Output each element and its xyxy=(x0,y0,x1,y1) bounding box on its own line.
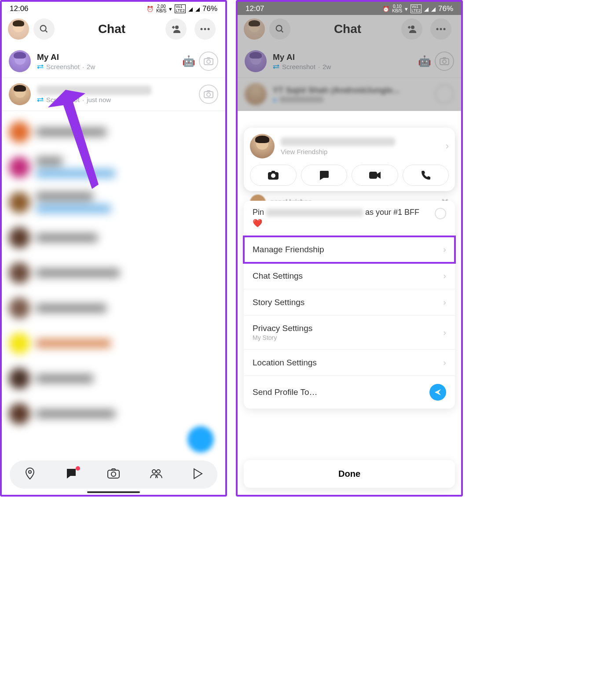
camera-button[interactable] xyxy=(199,52,218,71)
svg-point-10 xyxy=(29,471,31,473)
voice-call-button[interactable] xyxy=(403,165,449,186)
chat-button[interactable] xyxy=(301,165,348,186)
signal-icon-2: ◢ xyxy=(431,6,436,12)
chat-row-myai[interactable]: My AI ⮂ Screenshot · 2w 🤖 xyxy=(2,45,225,78)
phone-icon xyxy=(420,170,431,180)
chat-icon xyxy=(318,170,330,180)
left-phone: 12:06 ⏰ 2.00KB/S ▾ Vo1LTE2 ◢ ◢ 76% Chat xyxy=(0,0,227,497)
view-friendship-row[interactable]: View Friendship › xyxy=(250,134,449,158)
camera-tab[interactable] xyxy=(107,468,120,481)
status-time: 12:06 xyxy=(10,4,29,13)
page-title: Chat xyxy=(58,22,165,36)
pin-bff-row[interactable]: Pin as your #1 BFF ❤️ xyxy=(244,201,455,236)
volte-icon: Vo1LTE2 xyxy=(411,4,422,13)
location-pin-icon xyxy=(24,467,36,480)
add-friend-button[interactable] xyxy=(165,18,187,40)
chat-tab[interactable] xyxy=(65,468,77,481)
wifi-icon: ▾ xyxy=(169,6,172,12)
friend-name-redacted xyxy=(281,137,395,146)
map-tab[interactable] xyxy=(24,467,36,482)
search-button[interactable] xyxy=(33,18,55,40)
chat-icon xyxy=(65,468,77,479)
modal-backdrop[interactable] xyxy=(238,15,461,111)
video-call-button[interactable] xyxy=(352,165,398,186)
signal-icon: ◢ xyxy=(188,6,193,12)
chat-header: Chat xyxy=(2,15,225,45)
data-speed: 0.10KB/S xyxy=(392,4,402,13)
action-sheet: Pin as your #1 BFF ❤️ Manage Friendship … xyxy=(244,201,455,409)
svg-point-12 xyxy=(111,472,116,476)
volte-icon: Vo1LTE2 xyxy=(175,4,186,13)
video-icon xyxy=(368,171,381,180)
svg-point-7 xyxy=(207,60,210,63)
add-friend-icon xyxy=(171,24,181,34)
manage-friendship-row[interactable]: Manage Friendship › xyxy=(244,236,455,263)
send-profile-row[interactable]: Send Profile To… xyxy=(244,376,455,409)
camera-icon xyxy=(267,170,279,180)
right-phone: 12:07 ⏰ 0.10KB/S ▾ Vo1LTE2 ◢ ◢ 76% Chat xyxy=(236,0,463,497)
chat-avatar xyxy=(9,50,31,72)
status-time: 12:07 xyxy=(246,4,264,13)
svg-point-9 xyxy=(207,93,210,96)
blurred-chat-list xyxy=(2,111,225,435)
chat-status: ⮂ Screenshot · 2w xyxy=(37,63,182,70)
status-icons: ⏰ 2.00KB/S ▾ Vo1LTE2 ◢ ◢ 76% xyxy=(147,4,217,13)
screenshot-icon: ⮂ xyxy=(37,63,44,70)
status-bar: 12:06 ⏰ 2.00KB/S ▾ Vo1LTE2 ◢ ◢ 76% xyxy=(2,2,225,15)
location-settings-row[interactable]: Location Settings › xyxy=(244,350,455,376)
svg-point-0 xyxy=(40,26,46,31)
svg-point-13 xyxy=(152,470,156,473)
camera-icon xyxy=(203,90,214,99)
view-friendship-label: View Friendship xyxy=(281,148,446,155)
profile-avatar-button[interactable] xyxy=(8,18,29,40)
svg-rect-25 xyxy=(369,172,377,179)
chevron-right-icon: › xyxy=(443,297,446,307)
chevron-right-icon: › xyxy=(443,328,446,338)
robot-emoji: 🤖 xyxy=(182,55,195,67)
stories-tab[interactable] xyxy=(150,468,163,481)
send-icon xyxy=(434,388,442,396)
story-settings-row[interactable]: Story Settings › xyxy=(244,289,455,316)
svg-line-1 xyxy=(45,30,48,33)
pin-radio[interactable] xyxy=(435,208,446,219)
svg-point-14 xyxy=(157,470,160,473)
search-icon xyxy=(39,24,49,34)
chat-settings-row[interactable]: Chat Settings › xyxy=(244,263,455,289)
chevron-right-icon: › xyxy=(443,357,446,368)
svg-point-2 xyxy=(175,26,179,29)
wifi-icon: ▾ xyxy=(405,6,408,12)
battery-percent: 76% xyxy=(438,4,453,13)
camera-button[interactable] xyxy=(199,85,218,104)
signal-icon-2: ◢ xyxy=(195,6,200,12)
compose-button[interactable] xyxy=(187,426,214,453)
annotation-arrow xyxy=(41,85,112,195)
signal-icon: ◢ xyxy=(424,6,429,12)
snap-button[interactable] xyxy=(250,165,297,186)
battery-percent: 76% xyxy=(202,4,217,13)
more-button[interactable] xyxy=(194,18,216,40)
svg-point-3 xyxy=(201,28,203,30)
people-icon xyxy=(150,468,163,479)
bottom-nav xyxy=(10,460,217,489)
camera-icon xyxy=(203,57,214,66)
friend-name-redacted xyxy=(266,209,363,217)
play-icon xyxy=(192,468,203,479)
privacy-sub: My Story xyxy=(253,334,312,341)
alarm-icon: ⏰ xyxy=(147,6,154,12)
chat-name: My AI xyxy=(37,52,182,62)
chat-row-friend[interactable]: ⮂ Screenshot · just now xyxy=(2,78,225,111)
send-button[interactable] xyxy=(429,384,446,401)
friend-avatar xyxy=(250,134,275,158)
chevron-right-icon: › xyxy=(446,140,449,152)
svg-point-5 xyxy=(208,28,210,30)
svg-point-4 xyxy=(204,28,206,30)
more-icon xyxy=(200,27,210,31)
svg-point-24 xyxy=(271,173,275,178)
done-button[interactable]: Done xyxy=(244,460,455,488)
chat-avatar xyxy=(9,83,31,105)
privacy-settings-row[interactable]: Privacy Settings My Story › xyxy=(244,316,455,350)
gesture-handle xyxy=(87,491,140,493)
spotlight-tab[interactable] xyxy=(192,468,203,481)
chevron-right-icon: › xyxy=(443,244,446,254)
camera-icon xyxy=(107,468,120,479)
